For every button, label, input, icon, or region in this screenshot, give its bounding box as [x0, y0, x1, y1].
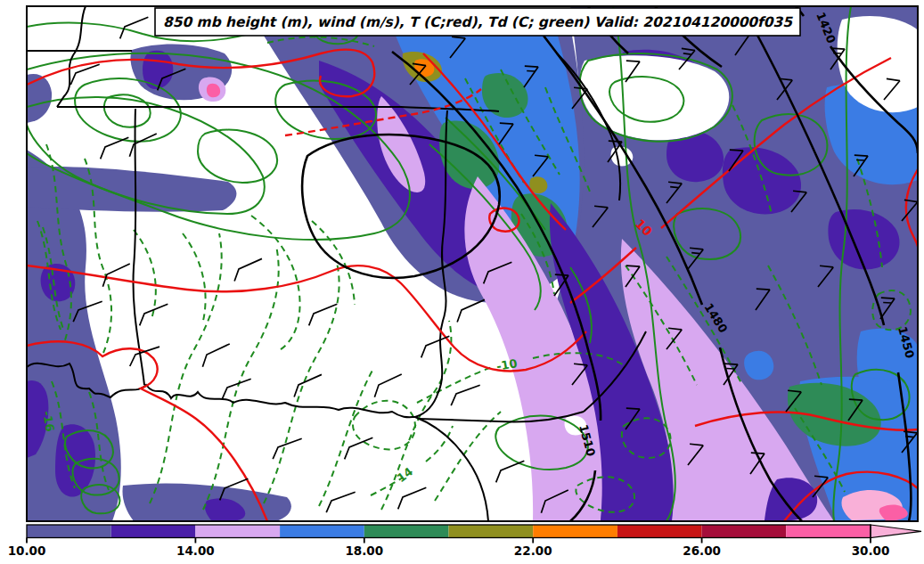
colorbar-tick-label: 18.00: [345, 544, 383, 558]
colorbar-tick-label: 10.00: [8, 544, 46, 558]
colorbar-segment: [533, 525, 617, 538]
colorbar-segment: [364, 525, 449, 538]
colorbar-tick-label: 26.00: [683, 544, 721, 558]
colorbar-tick-label: 30.00: [852, 544, 890, 558]
colorbar-ticks: 10.0014.0018.0022.0026.0030.00: [8, 538, 890, 559]
colorbar-segment: [449, 525, 534, 538]
map-canvas: 1420 1450 1480 1510 10 -16 -10 14 850 mb…: [0, 0, 924, 564]
colorbar: 10.0014.0018.0022.0026.0030.00: [8, 525, 921, 558]
figure-title: 850 mb height (m), wind (m/s), T (C;red)…: [163, 14, 793, 30]
colorbar-segment: [195, 525, 280, 538]
colorbar-tick-label: 22.00: [514, 544, 552, 558]
colorbar-segment: [27, 525, 111, 538]
colorbar-segment: [280, 525, 364, 538]
colorbar-segment: [617, 525, 702, 538]
title-banner: 850 mb height (m), wind (m/s), T (C;red)…: [155, 8, 800, 36]
colorbar-segment: [702, 525, 787, 538]
colorbar-segments: [27, 525, 871, 538]
colorbar-segment: [111, 525, 196, 538]
colorbar-segment: [786, 525, 871, 538]
weather-map-figure: 1420 1450 1480 1510 10 -16 -10 14 850 mb…: [0, 0, 924, 564]
colorbar-tick-label: 14.00: [176, 544, 215, 558]
colorbar-overflow-arrow: [871, 525, 921, 538]
